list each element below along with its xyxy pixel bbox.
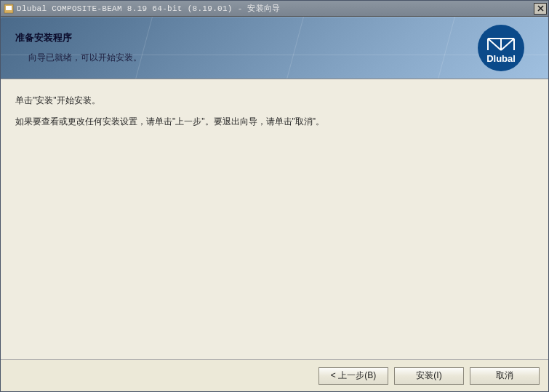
titlebar: Dlubal COMPOSITE-BEAM 8.19 64-bit (8.19.… — [1, 1, 548, 17]
window-title: Dlubal COMPOSITE-BEAM 8.19 64-bit (8.19.… — [17, 3, 534, 14]
close-button[interactable] — [534, 3, 547, 15]
page-subtitle: 向导已就绪，可以开始安装。 — [28, 52, 477, 64]
brand-logo: Dlubal — [477, 24, 525, 72]
app-icon — [4, 4, 14, 14]
back-button[interactable]: < 上一步(B) — [318, 367, 388, 385]
install-button[interactable]: 安装(I) — [394, 367, 464, 385]
instruction-text-1: 单击"安装"开始安装。 — [15, 92, 534, 109]
footer-bar: < 上一步(B) 安装(I) 取消 — [1, 359, 548, 391]
installer-window: Dlubal COMPOSITE-BEAM 8.19 64-bit (8.19.… — [0, 0, 549, 392]
svg-rect-1 — [6, 6, 12, 10]
svg-text:Dlubal: Dlubal — [486, 53, 516, 64]
page-title: 准备安装程序 — [15, 31, 477, 44]
instruction-text-2: 如果要查看或更改任何安装设置，请单击"上一步"。要退出向导，请单击"取消"。 — [15, 113, 534, 130]
header-text: 准备安装程序 向导已就绪，可以开始安装。 — [15, 31, 477, 64]
cancel-button[interactable]: 取消 — [470, 367, 540, 385]
content-area: 单击"安装"开始安装。 如果要查看或更改任何安装设置，请单击"上一步"。要退出向… — [1, 79, 548, 359]
header-panel: 准备安装程序 向导已就绪，可以开始安装。 Dlubal — [1, 17, 548, 79]
